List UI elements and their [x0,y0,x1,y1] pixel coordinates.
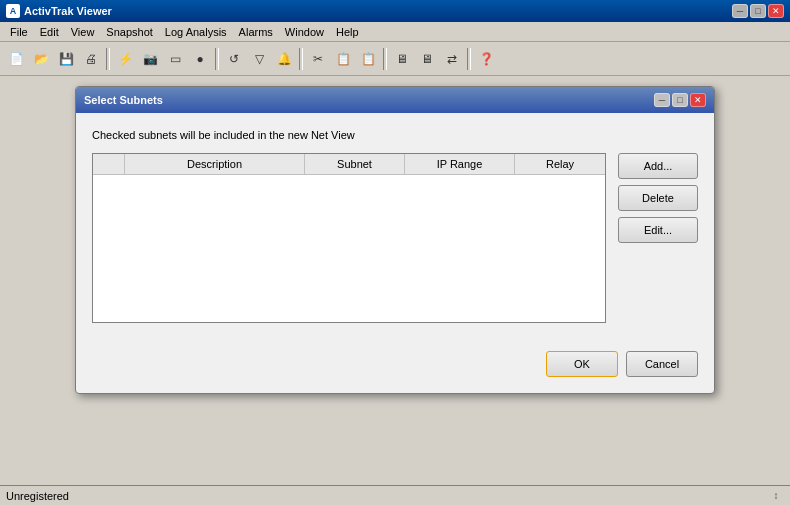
status-text: Unregistered [6,490,768,502]
toolbar-sep-1 [106,48,110,70]
toolbar-paste[interactable]: 📋 [356,47,380,71]
menu-view[interactable]: View [65,24,101,40]
toolbar-new[interactable]: 📄 [4,47,28,71]
dialog-title: Select Subnets [84,94,654,106]
toolbar-sep-2 [215,48,219,70]
subnets-table: Description Subnet IP Range Relay [92,153,606,323]
dialog-description: Checked subnets will be included in the … [92,129,698,141]
window-controls: ─ □ ✕ [732,4,784,18]
toolbar-bell[interactable]: 🔔 [272,47,296,71]
status-bar: Unregistered ↕ [0,485,790,505]
dialog-minimize-button[interactable]: ─ [654,93,670,107]
menu-snapshot[interactable]: Snapshot [100,24,158,40]
table-header: Description Subnet IP Range Relay [93,154,605,175]
edit-button[interactable]: Edit... [618,217,698,243]
col-description: Description [125,154,305,174]
main-area: Select Subnets ─ □ ✕ Checked subnets wil… [0,76,790,485]
toolbar-monitor[interactable]: 🖥 [390,47,414,71]
ok-button[interactable]: OK [546,351,618,377]
maximize-button[interactable]: □ [750,4,766,18]
toolbar-copy[interactable]: 📋 [331,47,355,71]
menu-window[interactable]: Window [279,24,330,40]
dialog-title-bar: Select Subnets ─ □ ✕ [76,87,714,113]
col-relay: Relay [515,154,605,174]
app-icon: A [6,4,20,18]
dialog-close-button[interactable]: ✕ [690,93,706,107]
app-title: ActivTrak Viewer [24,5,728,17]
toolbar-print[interactable]: 🖨 [79,47,103,71]
col-ip-range: IP Range [405,154,515,174]
toolbar-open[interactable]: 📂 [29,47,53,71]
toolbar-filter[interactable]: ▽ [247,47,271,71]
select-subnets-dialog: Select Subnets ─ □ ✕ Checked subnets wil… [75,86,715,394]
toolbar-help[interactable]: ❓ [474,47,498,71]
title-bar: A ActivTrak Viewer ─ □ ✕ [0,0,790,22]
col-subnet: Subnet [305,154,405,174]
dialog-maximize-button[interactable]: □ [672,93,688,107]
add-button[interactable]: Add... [618,153,698,179]
dialog-window-controls: ─ □ ✕ [654,93,706,107]
toolbar-sep-4 [383,48,387,70]
dialog-body: Description Subnet IP Range Relay Add...… [92,153,698,323]
toolbar-flash[interactable]: ⚡ [113,47,137,71]
toolbar-cut[interactable]: ✂ [306,47,330,71]
toolbar-camera[interactable]: 📷 [138,47,162,71]
toolbar-monitor2[interactable]: 🖥 [415,47,439,71]
toolbar-refresh[interactable]: ↺ [222,47,246,71]
menu-log-analysis[interactable]: Log Analysis [159,24,233,40]
menu-edit[interactable]: Edit [34,24,65,40]
dialog-footer: OK Cancel [76,339,714,393]
toolbar-circle[interactable]: ● [188,47,212,71]
menu-file[interactable]: File [4,24,34,40]
menu-bar: File Edit View Snapshot Log Analysis Ala… [0,22,790,42]
dialog-content: Checked subnets will be included in the … [76,113,714,339]
menu-alarms[interactable]: Alarms [233,24,279,40]
toolbar-save[interactable]: 💾 [54,47,78,71]
toolbar: 📄 📂 💾 🖨 ⚡ 📷 ▭ ● ↺ ▽ 🔔 ✂ 📋 📋 🖥 🖥 ⇄ ❓ [0,42,790,76]
col-checkbox [93,154,125,174]
delete-button[interactable]: Delete [618,185,698,211]
close-button[interactable]: ✕ [768,4,784,18]
toolbar-sep-3 [299,48,303,70]
toolbar-rect[interactable]: ▭ [163,47,187,71]
side-buttons: Add... Delete Edit... [618,153,698,323]
table-body [93,175,605,315]
toolbar-sep-5 [467,48,471,70]
scroll-indicator: ↕ [768,488,784,504]
cancel-button[interactable]: Cancel [626,351,698,377]
toolbar-transfer[interactable]: ⇄ [440,47,464,71]
minimize-button[interactable]: ─ [732,4,748,18]
menu-help[interactable]: Help [330,24,365,40]
